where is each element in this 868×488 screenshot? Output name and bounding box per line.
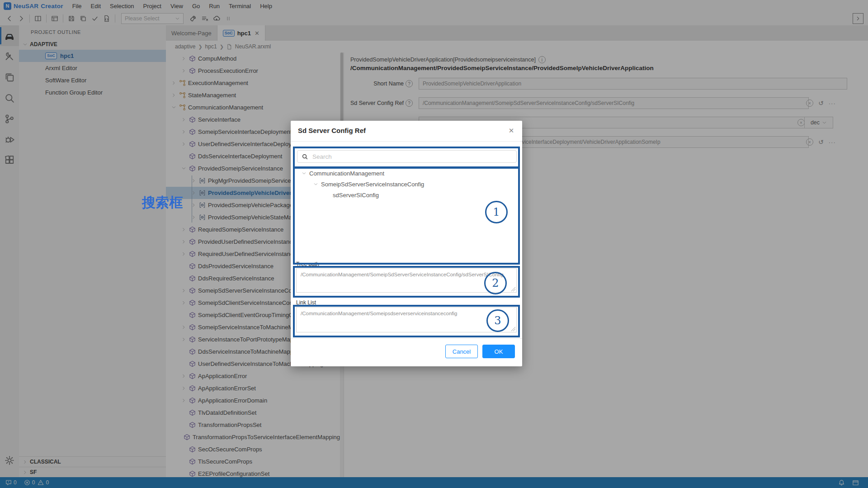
dialog-tree-item-communicationmanagement[interactable]: CommunicationManagement: [297, 168, 516, 179]
tree-path-textarea[interactable]: /CommunicationManagement/SomeipSdServerS…: [296, 268, 517, 293]
dialog-tree-item-someipsdserverserviceinstanceconfig[interactable]: SomeipSdServerServiceInstanceConfig: [297, 179, 516, 190]
dialog-title: Sd Server Config Ref: [298, 127, 366, 134]
dialog-header: Sd Server Config Ref ✕: [291, 121, 522, 142]
tree-path-label: Tree path: [296, 261, 319, 267]
dialog-tree-label: sdServerSIConfig: [333, 192, 379, 199]
dialog-reference-tree: CommunicationManagementSomeipSdServerSer…: [297, 168, 516, 259]
ok-button[interactable]: OK: [482, 345, 515, 358]
dialog-search-input[interactable]: [311, 153, 512, 161]
dialog-search-box: [297, 150, 517, 163]
resize-grip-icon[interactable]: [511, 287, 515, 291]
resize-grip-icon[interactable]: [511, 327, 515, 331]
cancel-button[interactable]: Cancel: [445, 345, 478, 358]
sd-server-config-ref-dialog: Sd Server Config Ref ✕ CommunicationMana…: [291, 121, 522, 366]
link-list-value: /CommunicationManagement/Someipsdservers…: [297, 308, 516, 319]
chevron-down-icon[interactable]: [302, 171, 307, 176]
dialog-tree-item-sdserversiconfig[interactable]: sdServerSIConfig: [297, 190, 516, 200]
dialog-tree-label: CommunicationManagement: [309, 170, 384, 177]
search-icon: [302, 153, 308, 160]
link-list-label: Link List: [296, 299, 316, 306]
dialog-tree-label: SomeipSdServerServiceInstanceConfig: [321, 181, 424, 188]
link-list-textarea[interactable]: /CommunicationManagement/Someipsdservers…: [296, 307, 517, 332]
dialog-footer-divider: [291, 338, 522, 339]
chevron-down-icon[interactable]: [313, 182, 318, 187]
dialog-close-icon[interactable]: ✕: [507, 126, 516, 135]
tree-path-value: /CommunicationManagement/SomeipSdServerS…: [297, 269, 516, 280]
